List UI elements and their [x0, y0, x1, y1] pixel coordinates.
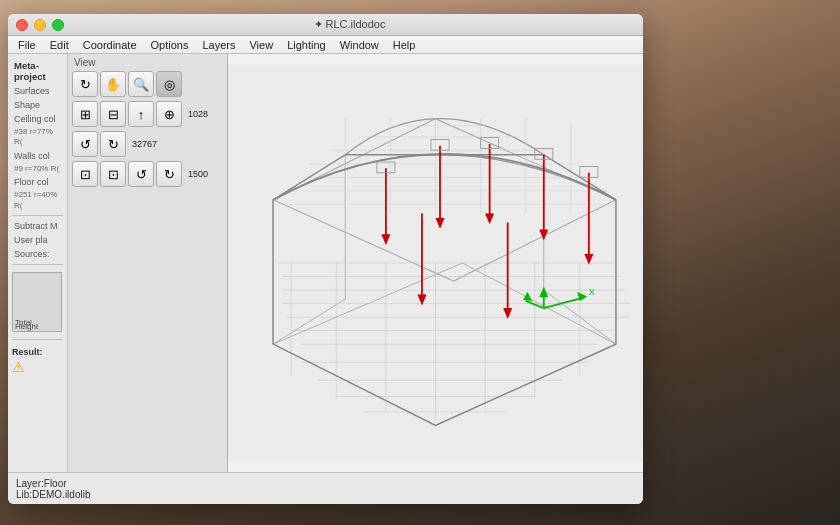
walls-col-value: #9 r=70% R( — [10, 163, 65, 175]
menu-lighting[interactable]: Lighting — [281, 36, 332, 54]
divider-3 — [12, 339, 63, 340]
rotate4-btn[interactable]: ↺ — [128, 161, 154, 187]
shape-label[interactable]: Shape — [10, 98, 65, 112]
subtract-label[interactable]: Subtract M — [10, 219, 65, 233]
target-btn[interactable]: ◎ — [156, 71, 182, 97]
window-title: ✦ RLC.ildodoc — [64, 18, 635, 31]
toolbar-row-2: ⊞ ⊟ ↑ ⊕ 1028 — [68, 99, 227, 129]
layer-status: Layer:Floor — [16, 478, 635, 489]
view-label: View — [68, 54, 227, 69]
grid2-btn[interactable]: ⊟ — [100, 101, 126, 127]
rotate3-btn[interactable]: ↺ — [72, 131, 98, 157]
ceiling-col-label[interactable]: Ceiling col — [10, 112, 65, 126]
status-bar: Layer:Floor Lib:DEMO.ildolib — [8, 472, 643, 504]
toolbar-row-1: ↻ ✋ 🔍 ◎ — [68, 69, 227, 99]
grid4-btn[interactable]: ⊡ — [100, 161, 126, 187]
menu-layers[interactable]: Layers — [196, 36, 241, 54]
arrow-btn[interactable]: ↑ — [128, 101, 154, 127]
meta-project-label[interactable]: Meta-project — [10, 58, 65, 84]
field-1028: 1028 — [188, 109, 208, 119]
scene-canvas: X — [228, 54, 643, 472]
ceiling-col-value: #38 r=77% R( — [10, 126, 65, 149]
traffic-lights — [16, 19, 64, 31]
field-32767: 32767 — [132, 139, 157, 149]
field-1500-value: 1500 — [188, 169, 208, 179]
lib-status: Lib:DEMO.ildolib — [16, 489, 635, 500]
menu-bar: File Edit Coordinate Options Layers View… — [8, 36, 643, 54]
menu-file[interactable]: File — [12, 36, 42, 54]
sources-label[interactable]: Sources: — [10, 247, 65, 261]
sidebar: Meta-project Surfaces Shape Ceiling col … — [8, 54, 68, 472]
grid3-btn[interactable]: ⊡ — [72, 161, 98, 187]
height-label: Height — [15, 322, 38, 331]
grid-btn[interactable]: ⊞ — [72, 101, 98, 127]
user-plane-label[interactable]: User pla — [10, 233, 65, 247]
small-panel: Total Height — [12, 272, 62, 332]
spin-btn[interactable]: ↻ — [100, 131, 126, 157]
spin2-btn[interactable]: ↻ — [156, 161, 182, 187]
maximize-button[interactable] — [52, 19, 64, 31]
divider-2 — [12, 264, 63, 265]
viewport[interactable]: X — [228, 54, 643, 472]
main-area: Meta-project Surfaces Shape Ceiling col … — [8, 54, 643, 472]
surfaces-label[interactable]: Surfaces — [10, 84, 65, 98]
divider-1 — [12, 215, 63, 216]
field-32767-value: 32767 — [132, 139, 157, 149]
main-window: ✦ RLC.ildodoc File Edit Coordinate Optio… — [8, 14, 643, 504]
field-1500: 1500 — [188, 169, 208, 179]
toolbar-row-4: ⊡ ⊡ ↺ ↻ 1500 — [68, 159, 227, 189]
menu-edit[interactable]: Edit — [44, 36, 75, 54]
close-button[interactable] — [16, 19, 28, 31]
warning-icon: ⚠ — [12, 359, 25, 375]
toolbar-row-3: ↺ ↻ 32767 — [68, 129, 227, 159]
rotate-btn[interactable]: ↻ — [72, 71, 98, 97]
svg-text:X: X — [589, 287, 595, 297]
result-section: Result: ⚠ — [10, 343, 65, 377]
floor-col-label[interactable]: Floor col — [10, 175, 65, 189]
toolbar: View ↻ ✋ 🔍 ◎ ⊞ ⊟ ↑ ⊕ 1028 ↺ ↻ — [68, 54, 228, 472]
pan-btn[interactable]: ✋ — [100, 71, 126, 97]
minimize-button[interactable] — [34, 19, 46, 31]
title-bar: ✦ RLC.ildodoc — [8, 14, 643, 36]
menu-help[interactable]: Help — [387, 36, 422, 54]
select-btn[interactable]: ⊕ — [156, 101, 182, 127]
menu-coordinate[interactable]: Coordinate — [77, 36, 143, 54]
floor-col-value: #251 r=40% R( — [10, 189, 65, 212]
zoom-btn[interactable]: 🔍 — [128, 71, 154, 97]
menu-options[interactable]: Options — [145, 36, 195, 54]
result-warning: ⚠ — [12, 359, 63, 375]
result-label: Result: — [12, 347, 63, 357]
field-1028-value: 1028 — [188, 109, 208, 119]
menu-window[interactable]: Window — [334, 36, 385, 54]
menu-view[interactable]: View — [243, 36, 279, 54]
walls-col-label[interactable]: Walls col — [10, 149, 65, 163]
